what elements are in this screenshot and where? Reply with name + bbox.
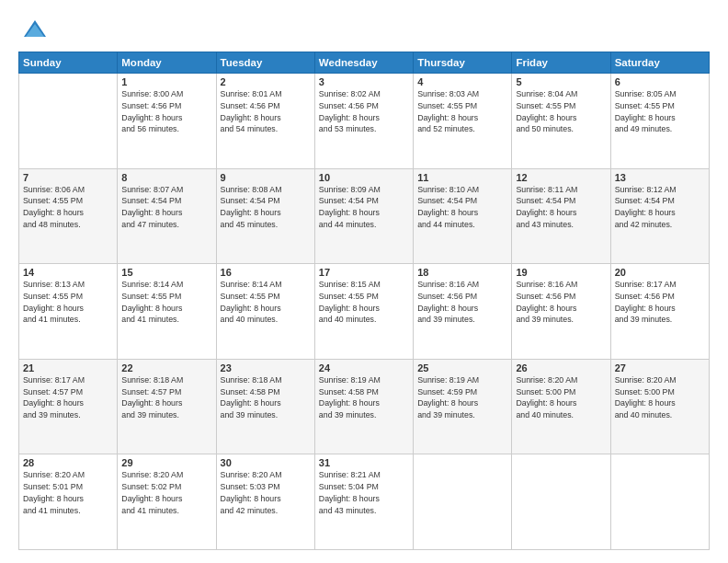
calendar-cell: 21Sunrise: 8:17 AMSunset: 4:57 PMDayligh…	[19, 359, 118, 454]
day-info: Sunrise: 8:20 AMSunset: 5:03 PMDaylight:…	[221, 469, 311, 516]
calendar-cell: 13Sunrise: 8:12 AMSunset: 4:54 PMDayligh…	[610, 168, 709, 264]
calendar-cell: 28Sunrise: 8:20 AMSunset: 5:01 PMDayligh…	[19, 454, 118, 550]
day-info: Sunrise: 8:14 AMSunset: 4:55 PMDaylight:…	[121, 279, 211, 326]
calendar-cell: 27Sunrise: 8:20 AMSunset: 5:00 PMDayligh…	[610, 359, 709, 454]
day-info: Sunrise: 8:14 AMSunset: 4:55 PMDaylight:…	[221, 279, 311, 326]
calendar-cell: 30Sunrise: 8:20 AMSunset: 5:03 PMDayligh…	[216, 454, 314, 550]
calendar-cell: 19Sunrise: 8:16 AMSunset: 4:56 PMDayligh…	[512, 264, 610, 360]
day-number: 29	[121, 457, 211, 468]
day-number: 27	[615, 362, 705, 373]
calendar-cell: 6Sunrise: 8:05 AMSunset: 4:55 PMDaylight…	[610, 74, 709, 169]
day-info: Sunrise: 8:16 AMSunset: 4:56 PMDaylight:…	[516, 279, 606, 326]
calendar-cell	[610, 454, 709, 550]
logo-icon	[22, 17, 48, 42]
day-number: 4	[417, 76, 507, 87]
day-info: Sunrise: 8:18 AMSunset: 4:58 PMDaylight:…	[221, 374, 311, 421]
calendar-cell: 16Sunrise: 8:14 AMSunset: 4:55 PMDayligh…	[216, 264, 314, 360]
day-info: Sunrise: 8:19 AMSunset: 4:58 PMDaylight:…	[319, 374, 409, 421]
calendar-cell: 25Sunrise: 8:19 AMSunset: 4:59 PMDayligh…	[414, 359, 512, 454]
day-number: 3	[319, 76, 409, 87]
day-number: 17	[319, 267, 409, 278]
calendar-cell: 11Sunrise: 8:10 AMSunset: 4:54 PMDayligh…	[414, 168, 512, 264]
day-number: 23	[221, 362, 311, 373]
calendar-cell: 9Sunrise: 8:08 AMSunset: 4:54 PMDaylight…	[216, 168, 314, 264]
day-number: 18	[417, 267, 507, 278]
day-number: 30	[221, 457, 311, 468]
day-info: Sunrise: 8:03 AMSunset: 4:55 PMDaylight:…	[417, 88, 507, 135]
calendar-cell: 2Sunrise: 8:01 AMSunset: 4:56 PMDaylight…	[216, 74, 314, 169]
header	[18, 17, 710, 42]
calendar-cell: 17Sunrise: 8:15 AMSunset: 4:55 PMDayligh…	[314, 264, 413, 360]
weekday-header-row: SundayMondayTuesdayWednesdayThursdayFrid…	[19, 52, 710, 74]
calendar-week-row: 28Sunrise: 8:20 AMSunset: 5:01 PMDayligh…	[19, 454, 710, 550]
calendar-week-row: 1Sunrise: 8:00 AMSunset: 4:56 PMDaylight…	[19, 74, 710, 169]
day-number: 21	[23, 362, 113, 373]
calendar-cell: 18Sunrise: 8:16 AMSunset: 4:56 PMDayligh…	[414, 264, 512, 360]
day-number: 8	[121, 172, 211, 183]
day-number: 19	[516, 267, 606, 278]
day-info: Sunrise: 8:18 AMSunset: 4:57 PMDaylight:…	[121, 374, 211, 421]
day-info: Sunrise: 8:10 AMSunset: 4:54 PMDaylight:…	[417, 184, 507, 231]
weekday-header-sunday: Sunday	[19, 52, 118, 74]
day-number: 1	[121, 76, 211, 87]
logo	[18, 17, 48, 42]
day-info: Sunrise: 8:21 AMSunset: 5:04 PMDaylight:…	[319, 469, 409, 516]
day-number: 24	[319, 362, 409, 373]
day-number: 7	[23, 172, 113, 183]
calendar-cell: 5Sunrise: 8:04 AMSunset: 4:55 PMDaylight…	[512, 74, 610, 169]
calendar-cell: 29Sunrise: 8:20 AMSunset: 5:02 PMDayligh…	[118, 454, 216, 550]
calendar-cell: 24Sunrise: 8:19 AMSunset: 4:58 PMDayligh…	[314, 359, 413, 454]
calendar-week-row: 14Sunrise: 8:13 AMSunset: 4:55 PMDayligh…	[19, 264, 710, 360]
calendar-cell: 4Sunrise: 8:03 AMSunset: 4:55 PMDaylight…	[414, 74, 512, 169]
day-number: 22	[121, 362, 211, 373]
calendar-cell: 12Sunrise: 8:11 AMSunset: 4:54 PMDayligh…	[512, 168, 610, 264]
day-number: 11	[417, 172, 507, 183]
weekday-header-tuesday: Tuesday	[216, 52, 314, 74]
calendar-cell: 7Sunrise: 8:06 AMSunset: 4:55 PMDaylight…	[19, 168, 118, 264]
weekday-header-thursday: Thursday	[414, 52, 512, 74]
day-number: 16	[221, 267, 311, 278]
calendar-cell: 23Sunrise: 8:18 AMSunset: 4:58 PMDayligh…	[216, 359, 314, 454]
day-info: Sunrise: 8:20 AMSunset: 5:02 PMDaylight:…	[121, 469, 211, 516]
day-info: Sunrise: 8:13 AMSunset: 4:55 PMDaylight:…	[23, 279, 113, 326]
weekday-header-friday: Friday	[512, 52, 610, 74]
calendar-cell	[19, 74, 118, 169]
calendar-cell: 8Sunrise: 8:07 AMSunset: 4:54 PMDaylight…	[118, 168, 216, 264]
day-number: 6	[615, 76, 705, 87]
day-info: Sunrise: 8:19 AMSunset: 4:59 PMDaylight:…	[417, 374, 507, 421]
day-info: Sunrise: 8:08 AMSunset: 4:54 PMDaylight:…	[221, 184, 311, 231]
day-info: Sunrise: 8:20 AMSunset: 5:01 PMDaylight:…	[23, 469, 113, 516]
day-info: Sunrise: 8:00 AMSunset: 4:56 PMDaylight:…	[121, 88, 211, 135]
day-info: Sunrise: 8:16 AMSunset: 4:56 PMDaylight:…	[417, 279, 507, 326]
calendar-cell: 14Sunrise: 8:13 AMSunset: 4:55 PMDayligh…	[19, 264, 118, 360]
day-info: Sunrise: 8:01 AMSunset: 4:56 PMDaylight:…	[221, 88, 311, 135]
calendar-table: SundayMondayTuesdayWednesdayThursdayFrid…	[18, 52, 710, 550]
day-number: 2	[221, 76, 311, 87]
day-number: 20	[615, 267, 705, 278]
weekday-header-wednesday: Wednesday	[314, 52, 413, 74]
day-info: Sunrise: 8:20 AMSunset: 5:00 PMDaylight:…	[615, 374, 705, 421]
day-info: Sunrise: 8:15 AMSunset: 4:55 PMDaylight:…	[319, 279, 409, 326]
day-info: Sunrise: 8:11 AMSunset: 4:54 PMDaylight:…	[516, 184, 606, 231]
day-number: 15	[121, 267, 211, 278]
day-info: Sunrise: 8:02 AMSunset: 4:56 PMDaylight:…	[319, 88, 409, 135]
day-number: 28	[23, 457, 113, 468]
day-info: Sunrise: 8:09 AMSunset: 4:54 PMDaylight:…	[319, 184, 409, 231]
calendar-cell: 15Sunrise: 8:14 AMSunset: 4:55 PMDayligh…	[118, 264, 216, 360]
weekday-header-monday: Monday	[118, 52, 216, 74]
calendar-cell: 26Sunrise: 8:20 AMSunset: 5:00 PMDayligh…	[512, 359, 610, 454]
day-number: 12	[516, 172, 606, 183]
day-number: 10	[319, 172, 409, 183]
calendar-cell: 10Sunrise: 8:09 AMSunset: 4:54 PMDayligh…	[314, 168, 413, 264]
day-info: Sunrise: 8:05 AMSunset: 4:55 PMDaylight:…	[615, 88, 705, 135]
day-number: 31	[319, 457, 409, 468]
day-number: 13	[615, 172, 705, 183]
calendar-cell: 22Sunrise: 8:18 AMSunset: 4:57 PMDayligh…	[118, 359, 216, 454]
day-number: 14	[23, 267, 113, 278]
day-info: Sunrise: 8:04 AMSunset: 4:55 PMDaylight:…	[516, 88, 606, 135]
calendar-cell	[512, 454, 610, 550]
weekday-header-saturday: Saturday	[610, 52, 709, 74]
calendar-cell: 3Sunrise: 8:02 AMSunset: 4:56 PMDaylight…	[314, 74, 413, 169]
calendar-cell	[414, 454, 512, 550]
day-number: 5	[516, 76, 606, 87]
